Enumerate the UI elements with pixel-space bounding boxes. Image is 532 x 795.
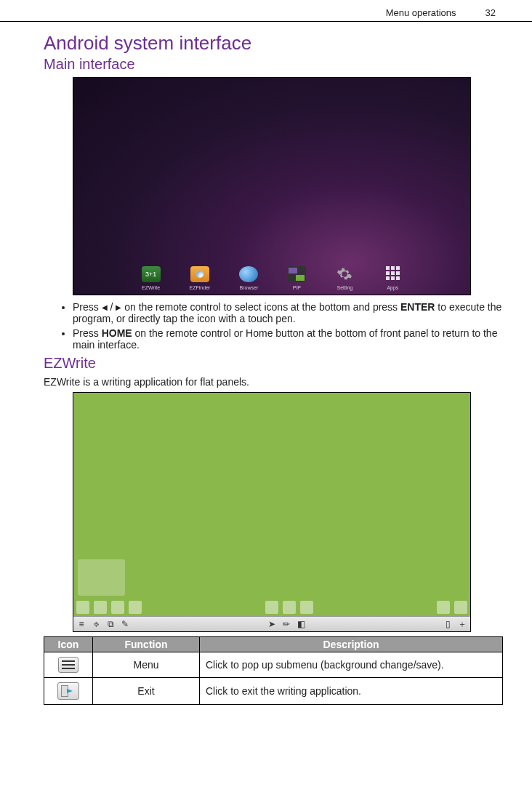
menu-icon — [58, 657, 78, 673]
dock-item-pip[interactable]: PIP — [287, 266, 306, 290]
dock-label: Apps — [387, 285, 398, 290]
exit-icon — [57, 682, 79, 700]
dock-label: Browser — [240, 285, 259, 290]
ezwrite-screenshot: ≡ ⎆ ⧉ ✎ ➤ ✏ ◧ ▯ ＋ — [73, 392, 471, 632]
table-row: Menu Click to pop up submenu (background… — [44, 652, 503, 678]
home-key-label: HOME — [102, 327, 132, 339]
ezwrite-description: EZWrite is a writing application for fla… — [44, 376, 503, 388]
pip-icon — [287, 266, 306, 282]
ezwrite-canvas[interactable] — [73, 393, 470, 616]
page-icon[interactable]: ▯ — [443, 619, 453, 629]
heading-ezwrite: EZWrite — [44, 355, 503, 372]
tool-button[interactable] — [129, 601, 142, 614]
dock-label: EZWrite — [142, 285, 160, 290]
floating-window-icon — [78, 559, 125, 596]
tool-button[interactable] — [111, 601, 124, 614]
add-icon[interactable]: ＋ — [457, 619, 467, 629]
tool-icon[interactable]: ✎ — [120, 619, 130, 629]
dock-item-browser[interactable]: Browser — [239, 266, 258, 290]
page-header: Menu operations 32 — [44, 7, 503, 21]
dock-item-ezfinder[interactable]: EZFinder — [190, 266, 211, 290]
instruction-list: Press ◀ / ▶ on the remote control to sel… — [44, 301, 503, 351]
dock-item-setting[interactable]: Setting — [335, 266, 354, 290]
heading-android-system-interface: Android system interface — [44, 32, 503, 55]
dock-label: PIP — [293, 285, 301, 290]
dock-label: Setting — [336, 285, 352, 290]
right-arrow-icon: ▶ — [116, 303, 121, 311]
description-cell: Click to pop up submenu (background chan… — [200, 652, 503, 678]
description-cell: Click to exit the writing application. — [200, 678, 503, 705]
android-home-screenshot: 3+1 EZWrite EZFinder Browser PIP Setting — [73, 77, 471, 295]
function-cell: Exit — [93, 678, 200, 705]
chalkboard-icon: 3+1 — [142, 266, 161, 282]
left-arrow-icon: ◀ — [102, 303, 108, 311]
menu-icon[interactable]: ≡ — [76, 619, 86, 629]
ezwrite-taskbar: ≡ ⎆ ⧉ ✎ ➤ ✏ ◧ ▯ ＋ — [73, 616, 470, 631]
tool-button[interactable] — [454, 601, 467, 614]
header-rule — [0, 21, 532, 22]
enter-key-label: ENTER — [400, 301, 435, 313]
pointer-icon[interactable]: ➤ — [267, 619, 277, 629]
tool-button[interactable] — [94, 601, 107, 614]
tool-button[interactable] — [76, 601, 89, 614]
instruction-item: Press ◀ / ▶ on the remote control to sel… — [73, 301, 503, 324]
header-page-number: 32 — [485, 7, 496, 18]
col-header-function: Function — [93, 637, 200, 652]
dock: 3+1 EZWrite EZFinder Browser PIP Setting — [73, 266, 470, 290]
exit-icon[interactable]: ⎆ — [91, 619, 101, 629]
globe-icon — [239, 266, 258, 282]
folder-search-icon — [190, 266, 209, 282]
col-header-icon: Icon — [44, 637, 93, 652]
header-section: Menu operations — [386, 7, 456, 18]
canvas-toolbar — [73, 599, 470, 616]
table-row: Exit Click to exit the writing applicati… — [44, 678, 503, 705]
tool-button[interactable] — [300, 601, 313, 614]
tool-button[interactable] — [283, 601, 296, 614]
dock-item-apps[interactable]: Apps — [383, 266, 402, 290]
icon-reference-table: Icon Function Description Menu Click to … — [44, 636, 503, 705]
heading-main-interface: Main interface — [44, 56, 503, 73]
function-cell: Menu — [93, 652, 200, 678]
pen-icon[interactable]: ✏ — [281, 619, 291, 629]
dock-label: EZFinder — [190, 285, 211, 290]
tool-button[interactable] — [265, 601, 278, 614]
dock-item-ezwrite[interactable]: 3+1 EZWrite — [142, 266, 161, 290]
apps-grid-icon — [383, 266, 402, 282]
col-header-description: Description — [200, 637, 503, 652]
instruction-item: Press HOME on the remote control or Home… — [73, 327, 503, 351]
tool-button[interactable] — [437, 601, 450, 614]
import-icon[interactable]: ⧉ — [105, 619, 116, 629]
eraser-icon[interactable]: ◧ — [296, 619, 306, 629]
gear-icon — [335, 266, 354, 282]
